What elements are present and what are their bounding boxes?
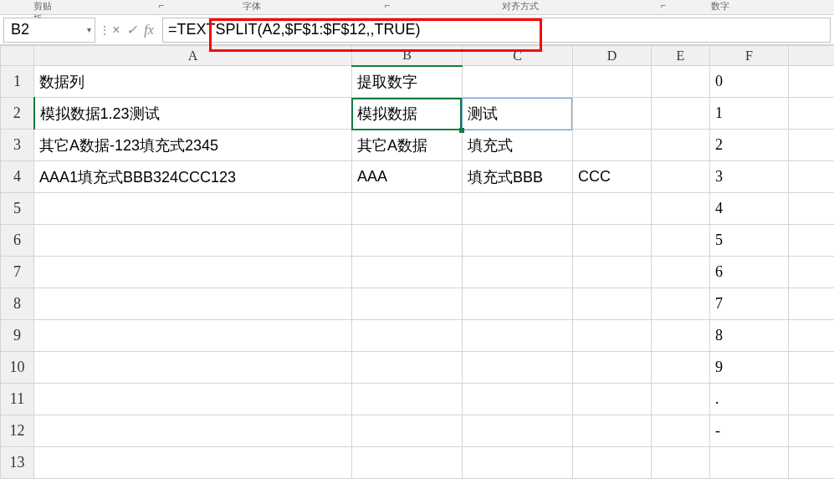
cell-G10[interactable] [789, 352, 835, 384]
cell-C1[interactable] [463, 66, 573, 98]
cell-B4[interactable]: AAA [352, 161, 463, 193]
fill-handle[interactable] [459, 128, 464, 133]
cell-F1[interactable]: 0 [710, 66, 789, 98]
cell-G11[interactable] [789, 384, 835, 415]
cell-E8[interactable] [652, 288, 710, 320]
cell-G12[interactable] [789, 415, 835, 447]
cell-C4[interactable]: 填充式BBB [463, 161, 573, 193]
cell-F8[interactable]: 7 [710, 288, 789, 320]
row-header-8[interactable]: 8 [1, 288, 34, 320]
row-header-10[interactable]: 10 [1, 352, 34, 384]
col-header-F[interactable]: F [710, 46, 789, 66]
cell-D6[interactable] [573, 225, 652, 257]
spreadsheet-grid[interactable]: A B C D E F 1 数据列 提取数字 0 2 模拟 [0, 45, 834, 479]
row-header-6[interactable]: 6 [1, 225, 34, 257]
cell-C6[interactable] [463, 225, 573, 257]
confirm-icon[interactable]: ✓ [126, 22, 137, 38]
cell-F12[interactable]: - [710, 415, 789, 447]
cell-G13[interactable] [789, 447, 835, 479]
cell-D1[interactable] [573, 66, 652, 98]
cell-B9[interactable] [352, 320, 463, 352]
cell-C8[interactable] [463, 288, 573, 320]
cell-A6[interactable] [34, 225, 352, 257]
cell-G7[interactable] [789, 257, 835, 288]
cell-C12[interactable] [463, 415, 573, 447]
cell-D12[interactable] [573, 415, 652, 447]
cell-E11[interactable] [652, 384, 710, 415]
cell-G9[interactable] [789, 320, 835, 352]
cell-A1[interactable]: 数据列 [34, 66, 352, 98]
row-header-9[interactable]: 9 [1, 320, 34, 352]
cell-A3[interactable]: 其它A数据-123填充式2345 [34, 130, 352, 161]
cell-E9[interactable] [652, 320, 710, 352]
cell-D3[interactable] [573, 130, 652, 161]
cell-D8[interactable] [573, 288, 652, 320]
row-header-2[interactable]: 2 [1, 98, 34, 130]
cell-D10[interactable] [573, 352, 652, 384]
cell-B6[interactable] [352, 225, 463, 257]
cell-E5[interactable] [652, 193, 710, 225]
row-header-13[interactable]: 13 [1, 447, 34, 479]
col-header-A[interactable]: A [34, 46, 352, 66]
cell-A7[interactable] [34, 257, 352, 288]
cell-G8[interactable] [789, 288, 835, 320]
cell-D11[interactable] [573, 384, 652, 415]
cell-C13[interactable] [463, 447, 573, 479]
name-box[interactable]: B2 ▾ [3, 18, 95, 43]
cell-D5[interactable] [573, 193, 652, 225]
cell-C2[interactable]: 测试 [463, 98, 573, 130]
chevron-down-icon[interactable]: ▾ [87, 25, 91, 34]
cell-F9[interactable]: 8 [710, 320, 789, 352]
formula-input[interactable]: =TEXTSPLIT(A2,$F$1:$F$12,,TRUE) [162, 18, 831, 43]
cell-A2[interactable]: 模拟数据1.23测试 [34, 98, 352, 130]
cell-B13[interactable] [352, 447, 463, 479]
cell-G6[interactable] [789, 225, 835, 257]
row-header-1[interactable]: 1 [1, 66, 34, 98]
cell-A13[interactable] [34, 447, 352, 479]
cell-A5[interactable] [34, 193, 352, 225]
cell-D2[interactable] [573, 98, 652, 130]
cell-A8[interactable] [34, 288, 352, 320]
cell-E3[interactable] [652, 130, 710, 161]
cell-F5[interactable]: 4 [710, 193, 789, 225]
row-header-5[interactable]: 5 [1, 193, 34, 225]
col-header-D[interactable]: D [573, 46, 652, 66]
cell-B8[interactable] [352, 288, 463, 320]
cell-E10[interactable] [652, 352, 710, 384]
cell-E2[interactable] [652, 98, 710, 130]
cell-B12[interactable] [352, 415, 463, 447]
row-header-4[interactable]: 4 [1, 161, 34, 193]
cell-F13[interactable] [710, 447, 789, 479]
cell-G5[interactable] [789, 193, 835, 225]
cell-G4[interactable] [789, 161, 835, 193]
col-header-B[interactable]: B [352, 46, 463, 66]
cell-F7[interactable]: 6 [710, 257, 789, 288]
cell-D13[interactable] [573, 447, 652, 479]
col-header-E[interactable]: E [652, 46, 710, 66]
cell-E6[interactable] [652, 225, 710, 257]
cell-F2[interactable]: 1 [710, 98, 789, 130]
cell-A9[interactable] [34, 320, 352, 352]
cell-F6[interactable]: 5 [710, 225, 789, 257]
cell-F11[interactable]: . [710, 384, 789, 415]
cell-B7[interactable] [352, 257, 463, 288]
cell-A11[interactable] [34, 384, 352, 415]
cell-E1[interactable] [652, 66, 710, 98]
cell-A10[interactable] [34, 352, 352, 384]
cell-C10[interactable] [463, 352, 573, 384]
cell-A4[interactable]: AAA1填充式BBB324CCC123 [34, 161, 352, 193]
cell-B11[interactable] [352, 384, 463, 415]
cell-B10[interactable] [352, 352, 463, 384]
row-header-3[interactable]: 3 [1, 130, 34, 161]
cell-G3[interactable] [789, 130, 835, 161]
cell-F3[interactable]: 2 [710, 130, 789, 161]
cell-F10[interactable]: 9 [710, 352, 789, 384]
cell-F4[interactable]: 3 [710, 161, 789, 193]
fx-icon[interactable]: fx [144, 23, 154, 38]
cell-E13[interactable] [652, 447, 710, 479]
cell-C3[interactable]: 填充式 [463, 130, 573, 161]
cell-B3[interactable]: 其它A数据 [352, 130, 463, 161]
cell-D4[interactable]: CCC [573, 161, 652, 193]
cell-E7[interactable] [652, 257, 710, 288]
cell-D7[interactable] [573, 257, 652, 288]
